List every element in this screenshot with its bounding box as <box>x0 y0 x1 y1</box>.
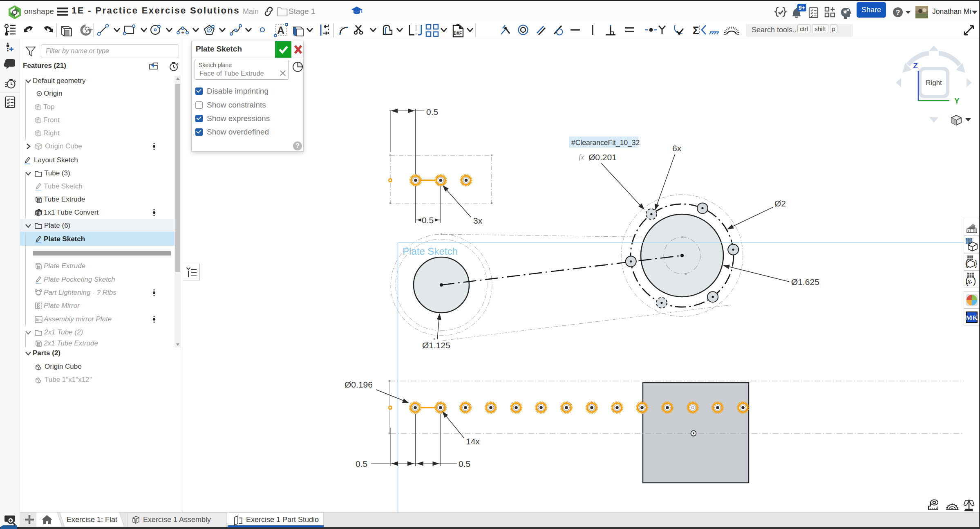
svg-text:Ø1.625: Ø1.625 <box>791 277 819 287</box>
svg-text:Ø2: Ø2 <box>774 199 786 208</box>
svg-text:Ø0.201: Ø0.201 <box>588 152 617 162</box>
svg-text:0.5: 0.5 <box>356 459 367 468</box>
svg-text:0.5: 0.5 <box>459 459 470 468</box>
svg-text:0.5: 0.5 <box>426 107 438 117</box>
svg-text:fx: fx <box>579 153 584 161</box>
svg-text:): ) <box>973 276 976 286</box>
svg-text:Plate Sketch: Plate Sketch <box>403 246 458 257</box>
svg-text:Ø1.125: Ø1.125 <box>422 341 450 350</box>
svg-text:MK: MK <box>966 314 978 322</box>
svg-text:}: } <box>975 259 978 268</box>
svg-text:14x: 14x <box>466 437 480 446</box>
svg-text:#ClearanceFit_10_32: #ClearanceFit_10_32 <box>571 139 640 147</box>
svg-text:{: { <box>965 259 968 268</box>
svg-text:0.5: 0.5 <box>422 215 434 225</box>
svg-text:Y: Y <box>954 96 960 105</box>
svg-text:Ø0.196: Ø0.196 <box>345 380 373 389</box>
svg-text:6x: 6x <box>672 143 682 153</box>
svg-text:Z: Z <box>913 61 918 70</box>
svg-text:Right: Right <box>926 79 942 87</box>
svg-text:3x: 3x <box>473 216 483 225</box>
svg-text:x: x <box>967 277 971 285</box>
